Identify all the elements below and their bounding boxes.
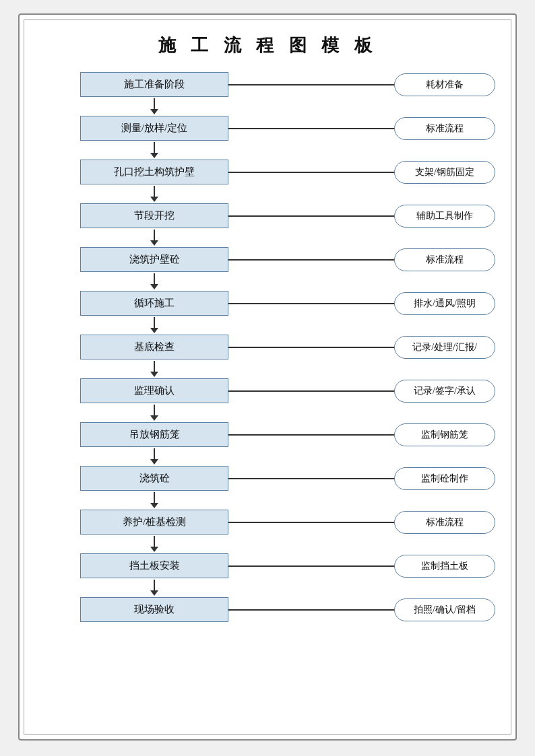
connector-line <box>228 347 394 348</box>
arrow-down-icon <box>150 580 158 596</box>
flow-row: 孔口挖土构筑护壁支架/钢筋固定 <box>80 160 495 184</box>
arrow-down-container <box>80 272 228 291</box>
main-step-box: 吊放钢筋笼 <box>80 422 228 447</box>
side-step-box: 记录/签字/承认 <box>394 380 495 403</box>
connector-line <box>228 565 394 567</box>
arrow-down-container <box>80 228 228 247</box>
arrow-down-container <box>80 447 228 466</box>
main-step-box: 基底检查 <box>80 335 228 359</box>
flow-row: 监理确认记录/签字/承认 <box>80 378 495 403</box>
main-step-box: 循环施工 <box>80 291 228 316</box>
arrow-down-icon <box>150 536 158 552</box>
connector-line <box>228 259 394 261</box>
arrow-down-container <box>80 316 228 335</box>
connector-line <box>228 172 394 173</box>
arrow-down-container <box>80 359 228 378</box>
arrow-down-container <box>80 491 228 510</box>
arrow-down-icon <box>150 405 158 421</box>
connector-line <box>228 522 394 523</box>
arrow-row <box>80 447 495 466</box>
main-step-box: 节段开挖 <box>80 203 228 228</box>
main-step-box: 挡土板安装 <box>80 553 228 578</box>
arrow-down-icon <box>150 230 158 246</box>
flow-row: 基底检查记录/处理/汇报/ <box>80 335 495 359</box>
main-step-box: 测量/放样/定位 <box>80 116 228 141</box>
main-step-box: 浇筑护壁砼 <box>80 247 228 272</box>
side-step-box: 辅助工具制作 <box>394 205 495 228</box>
arrow-row <box>80 578 495 597</box>
flow-row: 施工准备阶段耗材准备 <box>80 72 495 97</box>
arrow-down-icon <box>150 361 158 377</box>
arrow-row <box>80 272 495 291</box>
arrow-down-icon <box>150 142 158 158</box>
flow-row: 现场验收拍照/确认/留档 <box>80 597 495 622</box>
main-step-box: 养护/桩基检测 <box>80 510 228 535</box>
arrow-row <box>80 316 495 335</box>
page: 施 工 流 程 图 模 板 施工准备阶段耗材准备测量/放样/定位标准流程孔口挖土… <box>18 13 517 741</box>
flow-row: 测量/放样/定位标准流程 <box>80 116 495 141</box>
flow-row: 循环施工排水/通风/照明 <box>80 291 495 316</box>
connector-line <box>228 609 394 611</box>
side-step-box: 监制钢筋笼 <box>394 423 495 446</box>
arrow-down-icon <box>150 273 158 289</box>
side-step-box: 标准流程 <box>394 248 495 271</box>
arrow-down-container <box>80 141 228 160</box>
arrow-down-icon <box>150 186 158 202</box>
arrow-row <box>80 359 495 378</box>
side-step-box: 排水/通风/照明 <box>394 292 495 315</box>
side-step-box: 监制挡土板 <box>394 555 495 578</box>
arrow-down-icon <box>150 317 158 333</box>
connector-line <box>228 434 394 436</box>
connector-line <box>228 390 394 392</box>
page-title: 施 工 流 程 图 模 板 <box>40 34 495 57</box>
flow-row: 挡土板安装监制挡土板 <box>80 553 495 578</box>
arrow-row <box>80 403 495 422</box>
flow-row: 浇筑砼监制砼制作 <box>80 466 495 491</box>
arrow-down-container <box>80 97 228 116</box>
main-step-box: 施工准备阶段 <box>80 72 228 97</box>
side-step-box: 拍照/确认/留档 <box>394 598 495 621</box>
arrow-down-container <box>80 535 228 553</box>
connector-line <box>228 84 394 85</box>
arrow-row <box>80 228 495 247</box>
side-step-box: 支架/钢筋固定 <box>394 161 495 184</box>
connector-line <box>228 478 394 479</box>
arrow-down-icon <box>150 98 158 114</box>
flow-row: 浇筑护壁砼标准流程 <box>80 247 495 272</box>
main-step-box: 孔口挖土构筑护壁 <box>80 160 228 184</box>
flow-container: 施工准备阶段耗材准备测量/放样/定位标准流程孔口挖土构筑护壁支架/钢筋固定节段开… <box>40 72 495 622</box>
arrow-row <box>80 535 495 553</box>
side-step-box: 记录/处理/汇报/ <box>394 336 495 359</box>
arrow-row <box>80 97 495 116</box>
arrow-row <box>80 184 495 203</box>
arrow-down-container <box>80 403 228 422</box>
arrow-down-icon <box>150 492 158 508</box>
side-step-box: 标准流程 <box>394 511 495 534</box>
main-step-box: 监理确认 <box>80 378 228 403</box>
flow-row: 节段开挖辅助工具制作 <box>80 203 495 228</box>
arrow-row <box>80 141 495 160</box>
connector-line <box>228 303 394 304</box>
flow-row: 吊放钢筋笼监制钢筋笼 <box>80 422 495 447</box>
side-step-box: 耗材准备 <box>394 73 495 96</box>
side-step-box: 监制砼制作 <box>394 467 495 490</box>
flow-row: 养护/桩基检测标准流程 <box>80 510 495 535</box>
main-step-box: 浇筑砼 <box>80 466 228 491</box>
connector-line <box>228 128 394 129</box>
arrow-down-container <box>80 578 228 597</box>
arrow-down-container <box>80 184 228 203</box>
arrow-down-icon <box>150 448 158 465</box>
connector-line <box>228 215 394 217</box>
main-step-box: 现场验收 <box>80 597 228 622</box>
arrow-row <box>80 491 495 510</box>
side-step-box: 标准流程 <box>394 117 495 140</box>
